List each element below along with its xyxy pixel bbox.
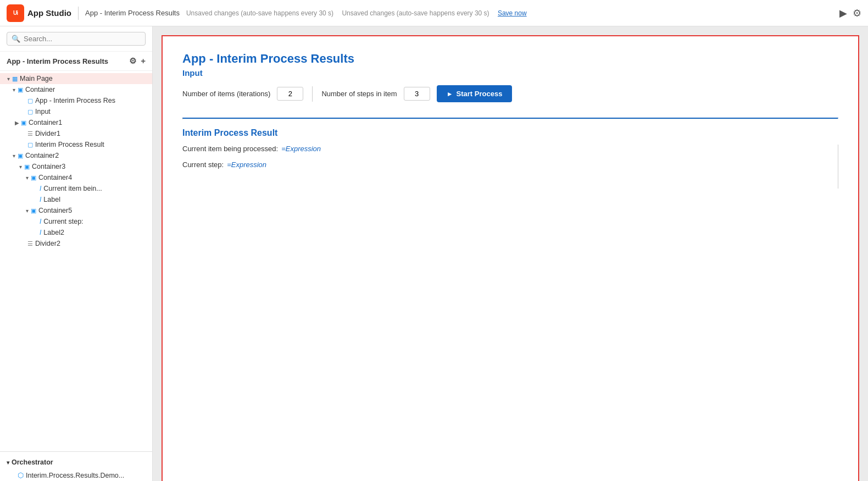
tree-item-input[interactable]: ▢ Input bbox=[0, 106, 152, 117]
tree-item-container4[interactable]: ▾ ▣ Container4 bbox=[0, 172, 152, 183]
container-icon: ▣ bbox=[31, 174, 36, 181]
orchestrator-label: Orchestrator bbox=[12, 458, 53, 466]
items-input[interactable] bbox=[277, 87, 303, 101]
page-icon: ▦ bbox=[12, 75, 18, 82]
sidebar-app-header: App - Interim Process Results ⚙ + bbox=[0, 52, 152, 71]
uipath-logo-icon: Ui bbox=[7, 4, 24, 22]
chevron-icon: ▾ bbox=[7, 460, 9, 466]
app-title: App - Interim Process Results bbox=[182, 52, 838, 66]
settings-gear-icon[interactable]: ⚙ bbox=[129, 56, 136, 66]
settings-icon[interactable]: ⚙ bbox=[853, 7, 861, 19]
chevron-icon: ▾ bbox=[23, 175, 31, 181]
search-icon: 🔍 bbox=[12, 35, 20, 43]
tree-item-orchestrator-process[interactable]: ⬡ Interim.Process.Results.Demo... bbox=[0, 469, 152, 481]
play-button-icon: ► bbox=[447, 90, 453, 98]
component-tree: ▾ ▦ Main Page ▾ ▣ Container ▢ App - Inte… bbox=[0, 71, 152, 448]
container-icon: ▣ bbox=[24, 163, 30, 170]
tree-item-label2[interactable]: I Label2 bbox=[0, 227, 152, 238]
tree-item-label: Main Page bbox=[20, 75, 53, 82]
tree-item-label: Divider2 bbox=[35, 240, 60, 247]
tree-item-label: Container1 bbox=[29, 119, 62, 126]
tree-item-divider1[interactable]: ☰ Divider1 bbox=[0, 128, 152, 139]
process-icon: ⬡ bbox=[18, 471, 24, 479]
text-icon: I bbox=[40, 218, 41, 225]
chevron-icon: ▾ bbox=[10, 153, 18, 159]
canvas-frame: App - Interim Process Results Input Numb… bbox=[162, 35, 859, 481]
logo: Ui App Studio bbox=[7, 4, 71, 22]
tree-item-label: Input bbox=[35, 108, 51, 115]
interim-title: Interim Process Result bbox=[182, 128, 838, 138]
text-icon: I bbox=[40, 196, 41, 203]
chevron-icon: ▾ bbox=[4, 76, 12, 82]
current-step-expression: =Expression bbox=[227, 161, 266, 169]
tree-item-label: Divider1 bbox=[35, 130, 60, 137]
current-item-row: Current item being processed: =Expressio… bbox=[182, 145, 822, 153]
input-row: Number of items (iterations) Number of s… bbox=[182, 85, 838, 102]
tree-item-app-interim[interactable]: ▢ App - Interim Process Res bbox=[0, 95, 152, 106]
tree-item-container2[interactable]: ▾ ▣ Container2 bbox=[0, 150, 152, 161]
sidebar: 🔍 App - Interim Process Results ⚙ + ▾ ▦ … bbox=[0, 26, 153, 481]
tree-item-main-page[interactable]: ▾ ▦ Main Page bbox=[0, 73, 152, 84]
chevron-icon: ▾ bbox=[16, 164, 24, 170]
current-item-label: Current item being processed: bbox=[182, 145, 278, 153]
interim-vertical-divider bbox=[838, 145, 838, 189]
tree-item-interim-result[interactable]: ▢ Interim Process Result bbox=[0, 139, 152, 150]
current-item-expression: =Expression bbox=[281, 145, 321, 153]
save-now-link[interactable]: Save now bbox=[498, 9, 527, 17]
main-layout: 🔍 App - Interim Process Results ⚙ + ▾ ▦ … bbox=[0, 26, 868, 481]
items-label: Number of items (iterations) bbox=[182, 90, 270, 98]
header-title: App - Interim Process Results bbox=[85, 9, 180, 17]
orchestrator-section[interactable]: ▾ Orchestrator bbox=[0, 455, 152, 469]
tree-item-label: Label bbox=[43, 196, 60, 203]
tree-item-label: Label2 bbox=[43, 229, 64, 236]
container-icon: ▣ bbox=[21, 119, 26, 126]
app-studio-label: App Studio bbox=[27, 8, 71, 18]
tree-item-label[interactable]: I Label bbox=[0, 194, 152, 205]
tree-item-current-item[interactable]: I Current item bein... bbox=[0, 183, 152, 194]
add-icon[interactable]: + bbox=[141, 56, 146, 66]
steps-label: Number of steps in item bbox=[321, 90, 397, 98]
element-icon: ▢ bbox=[27, 108, 33, 115]
header-actions: ▶ ⚙ bbox=[839, 7, 861, 19]
header: Ui App Studio App - Interim Process Resu… bbox=[0, 0, 868, 26]
tree-item-current-step[interactable]: I Current step: bbox=[0, 216, 152, 227]
tree-item-label: Interim.Process.Results.Demo... bbox=[26, 472, 124, 479]
tree-item-container[interactable]: ▾ ▣ Container bbox=[0, 84, 152, 95]
start-process-button[interactable]: ► Start Process bbox=[437, 85, 513, 102]
steps-input[interactable] bbox=[404, 87, 430, 101]
container-icon: ▣ bbox=[18, 86, 23, 93]
sidebar-header-icons: ⚙ + bbox=[129, 56, 146, 66]
current-step-row: Current step: =Expression bbox=[182, 161, 822, 169]
text-icon: I bbox=[40, 229, 41, 236]
tree-item-divider2[interactable]: ☰ Divider2 bbox=[0, 238, 152, 249]
search-box[interactable]: 🔍 bbox=[7, 32, 146, 46]
section-divider bbox=[182, 118, 838, 119]
input-divider bbox=[312, 86, 313, 102]
tree-item-label: Current step: bbox=[43, 218, 83, 225]
input-section-title: Input bbox=[182, 68, 838, 78]
tree-item-label: Container3 bbox=[32, 163, 65, 170]
header-unsaved-label: Unsaved changes (auto-save happens every… bbox=[340, 9, 491, 17]
chevron-icon: ▾ bbox=[23, 208, 31, 214]
divider-icon: ☰ bbox=[27, 130, 33, 137]
divider-icon: ☰ bbox=[27, 240, 33, 247]
element-icon: ▢ bbox=[27, 97, 33, 104]
text-icon: I bbox=[40, 185, 41, 192]
tree-item-label: Container4 bbox=[38, 174, 72, 181]
start-button-label: Start Process bbox=[457, 90, 503, 98]
tree-item-label: Container2 bbox=[25, 152, 59, 159]
header-unsaved-text: Unsaved changes (auto-save happens every… bbox=[186, 9, 333, 17]
sidebar-app-name: App - Interim Process Results bbox=[7, 57, 108, 65]
element-icon: ▢ bbox=[27, 141, 33, 148]
tree-item-label: Interim Process Result bbox=[35, 141, 104, 148]
search-input[interactable] bbox=[24, 35, 141, 43]
tree-item-label: Container5 bbox=[38, 207, 72, 214]
tree-item-container3[interactable]: ▾ ▣ Container3 bbox=[0, 161, 152, 172]
play-icon[interactable]: ▶ bbox=[839, 7, 847, 19]
sidebar-search-area: 🔍 bbox=[0, 26, 152, 52]
tree-item-container5[interactable]: ▾ ▣ Container5 bbox=[0, 205, 152, 216]
tree-item-container1[interactable]: ▶ ▣ Container1 bbox=[0, 117, 152, 128]
interim-section: Interim Process Result Current item bein… bbox=[182, 128, 838, 189]
container-icon: ▣ bbox=[31, 207, 36, 214]
main-canvas: App - Interim Process Results Input Numb… bbox=[153, 26, 868, 481]
